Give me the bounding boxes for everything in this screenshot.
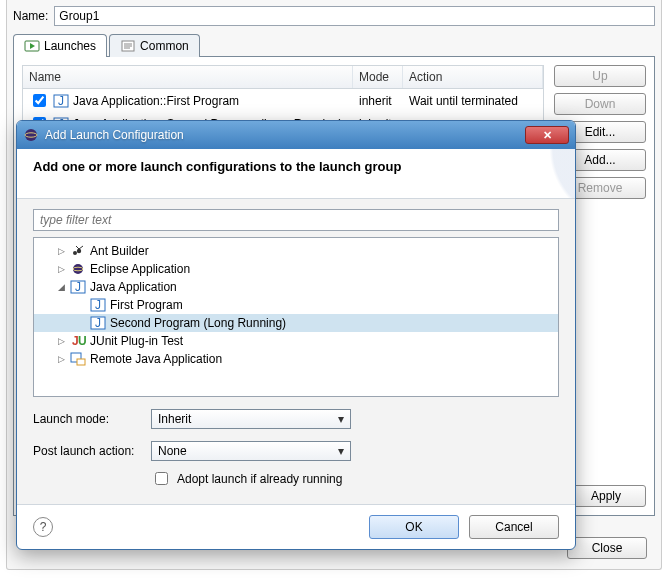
java-app-icon: J [53, 93, 69, 109]
apply-button[interactable]: Apply [566, 485, 646, 507]
post-action-select[interactable]: None [151, 441, 351, 461]
tree-label: Second Program (Long Running) [110, 316, 286, 330]
tree-leaf-first-program[interactable]: J First Program [34, 296, 558, 314]
help-icon[interactable]: ? [33, 517, 53, 537]
expand-icon[interactable]: ▷ [56, 336, 66, 346]
table-row[interactable]: J Java Application::First Program inheri… [23, 89, 543, 112]
junit-icon: JU [70, 333, 86, 349]
post-action-label: Post launch action: [33, 444, 145, 458]
close-button[interactable]: Close [567, 537, 647, 559]
eclipse-icon [23, 127, 39, 143]
row-mode: inherit [359, 94, 409, 108]
launches-tab-icon [24, 38, 40, 54]
cancel-button[interactable]: Cancel [469, 515, 559, 539]
row-action: Wait until terminated [409, 94, 537, 108]
add-launch-dialog: Add Launch Configuration ✕ Add one or mo… [16, 120, 576, 550]
tree-node-remote-java[interactable]: ▷ Remote Java Application [34, 350, 558, 368]
launch-mode-value: Inherit [158, 412, 191, 426]
svg-text:J: J [95, 298, 101, 312]
ant-icon [70, 243, 86, 259]
collapse-icon[interactable]: ◢ [56, 282, 66, 292]
expand-icon[interactable]: ▷ [56, 246, 66, 256]
row-checkbox[interactable] [33, 94, 46, 107]
svg-point-16 [73, 264, 83, 274]
tab-common-label: Common [140, 39, 189, 53]
col-header-name[interactable]: Name [23, 66, 353, 88]
common-tab-icon [120, 38, 136, 54]
filter-input[interactable] [33, 209, 559, 231]
eclipse-app-icon [70, 261, 86, 277]
tree-label: Remote Java Application [90, 352, 222, 366]
dialog-titlebar[interactable]: Add Launch Configuration ✕ [17, 121, 575, 149]
tree-label: First Program [110, 298, 183, 312]
svg-point-13 [77, 249, 81, 253]
post-action-value: None [158, 444, 187, 458]
col-header-mode[interactable]: Mode [353, 66, 403, 88]
dialog-heading: Add one or more launch configurations to… [33, 159, 559, 174]
tree-node-ant-builder[interactable]: ▷ Ant Builder [34, 242, 558, 260]
close-icon[interactable]: ✕ [525, 126, 569, 144]
ok-button[interactable]: OK [369, 515, 459, 539]
group-name-input[interactable] [54, 6, 655, 26]
svg-line-14 [79, 246, 83, 249]
remote-java-icon [70, 351, 86, 367]
svg-line-15 [76, 246, 79, 249]
down-button[interactable]: Down [554, 93, 646, 115]
config-tree[interactable]: ▷ Ant Builder ▷ Eclipse Application ◢ J … [33, 237, 559, 397]
up-button[interactable]: Up [554, 65, 646, 87]
svg-text:J: J [75, 280, 81, 294]
tree-node-eclipse-app[interactable]: ▷ Eclipse Application [34, 260, 558, 278]
col-header-action[interactable]: Action [403, 66, 543, 88]
svg-point-12 [73, 251, 77, 255]
expand-icon[interactable]: ▷ [56, 354, 66, 364]
svg-text:J: J [58, 94, 64, 108]
tree-leaf-second-program[interactable]: J Second Program (Long Running) [34, 314, 558, 332]
java-app-icon: J [90, 297, 106, 313]
tree-label: Eclipse Application [90, 262, 190, 276]
launch-mode-select[interactable]: Inherit [151, 409, 351, 429]
java-app-icon: J [70, 279, 86, 295]
tree-node-java-app[interactable]: ◢ J Java Application [34, 278, 558, 296]
launch-mode-label: Launch mode: [33, 412, 145, 426]
tree-label: Java Application [90, 280, 177, 294]
svg-text:J: J [95, 316, 101, 330]
tab-launches-label: Launches [44, 39, 96, 53]
svg-text:U: U [78, 334, 86, 348]
tab-launches[interactable]: Launches [13, 34, 107, 57]
tab-common[interactable]: Common [109, 34, 200, 57]
tree-label: Ant Builder [90, 244, 149, 258]
tree-label: JUnit Plug-in Test [90, 334, 183, 348]
adopt-checkbox[interactable] [155, 472, 168, 485]
adopt-label: Adopt launch if already running [177, 472, 342, 486]
expand-icon[interactable]: ▷ [56, 264, 66, 274]
svg-point-10 [25, 129, 37, 141]
java-app-icon: J [90, 315, 106, 331]
row-label: Java Application::First Program [73, 94, 239, 108]
tree-node-junit[interactable]: ▷ JU JUnit Plug-in Test [34, 332, 558, 350]
name-label: Name: [13, 9, 48, 23]
svg-rect-27 [77, 359, 85, 365]
dialog-title: Add Launch Configuration [45, 128, 184, 142]
